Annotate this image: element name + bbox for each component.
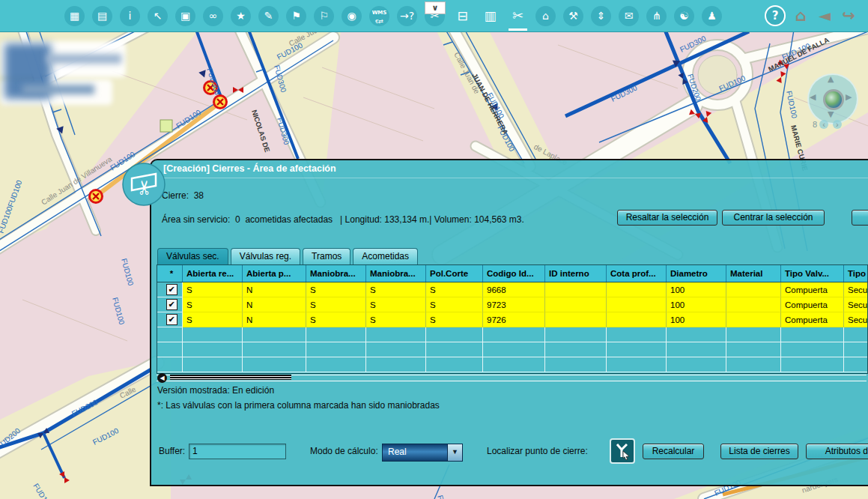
map-view-icon[interactable]: ◉ — [342, 6, 362, 26]
table-row[interactable]: ✔SNSSS9723100CompuertaSecu — [157, 297, 868, 312]
cell[interactable]: 100 — [667, 282, 726, 297]
back-icon[interactable]: ◄ — [816, 6, 834, 26]
scrollbar-left-icon[interactable]: ◀ — [157, 373, 167, 383]
cell[interactable] — [607, 297, 667, 312]
column-header-11[interactable]: Tipo Valv... — [781, 265, 844, 282]
map-flag-icon[interactable]: ⚑ — [286, 6, 306, 26]
cell[interactable]: S — [426, 297, 483, 312]
pan-right-icon[interactable]: ▶ — [846, 92, 852, 102]
edit-icon[interactable]: ✎ — [258, 6, 279, 26]
column-header-12[interactable]: Tipo — [844, 265, 868, 282]
tab-acometidas[interactable]: Acometidas — [353, 248, 418, 264]
chevron-down-icon[interactable]: ▼ — [447, 444, 462, 461]
cell[interactable]: S — [426, 312, 483, 327]
cell[interactable]: Compuerta — [781, 282, 844, 297]
cut-tool-dropdown-icon[interactable]: ✂∨ — [425, 6, 445, 26]
cell[interactable]: Secu — [844, 282, 868, 297]
table-row[interactable]: ✔SNSSS9668100CompuertaSecu — [157, 282, 868, 297]
column-header-4[interactable]: Maniobra... — [366, 265, 426, 282]
tab-valvulas-sec[interactable]: Válvulas sec. — [157, 248, 228, 264]
cell[interactable] — [726, 282, 781, 297]
tab-tramos[interactable]: Tramos — [303, 248, 350, 264]
row-checkbox[interactable]: ✔ — [166, 299, 177, 310]
pan-up-icon[interactable]: ▲ — [828, 74, 834, 84]
history-forward-icon[interactable]: › — [833, 120, 842, 129]
column-header-7[interactable]: ID interno — [545, 265, 607, 282]
zoom-seleccion-button[interactable]: Zo — [852, 210, 868, 226]
cell[interactable]: N — [243, 297, 306, 312]
map-navigation-widget[interactable]: ▲ ▼ ◀ ▶ — [807, 73, 857, 123]
cell[interactable] — [607, 312, 667, 327]
tools-wrench-icon[interactable]: ⚒ — [563, 6, 583, 26]
query-locate-icon[interactable]: →? — [397, 6, 417, 26]
cell[interactable]: S — [366, 297, 426, 312]
empty-table-row[interactable] — [157, 342, 868, 357]
closure-cut-map-icon[interactable]: ✂ — [508, 6, 528, 26]
cell[interactable] — [726, 312, 781, 327]
cell[interactable]: Secu — [844, 297, 868, 312]
wms-service-icon[interactable]: WMS€⇄ — [369, 6, 389, 26]
cell[interactable]: 9668 — [483, 282, 545, 297]
cell[interactable]: S — [183, 312, 243, 327]
column-header-9[interactable]: Diametro — [667, 265, 726, 282]
empty-table-row[interactable] — [157, 357, 868, 372]
home-icon[interactable]: ⌂ — [792, 6, 810, 26]
cell[interactable]: 100 — [667, 297, 726, 312]
cut-tool-dropdown-dropdown[interactable]: ∨ — [425, 1, 446, 14]
column-header-6[interactable]: Codigo Id... — [483, 265, 545, 282]
cell[interactable]: 9723 — [483, 297, 545, 312]
cell[interactable]: S — [366, 312, 426, 327]
cell[interactable]: 100 — [667, 312, 726, 327]
print-icon[interactable]: ⊟ — [452, 6, 473, 26]
water-flow-icon[interactable]: ⇕ — [591, 6, 611, 26]
lista-cierres-button[interactable]: Lista de cierres — [720, 444, 798, 459]
documents-icon[interactable]: ▥ — [480, 6, 500, 26]
search-binoculars-icon[interactable]: ∞ — [203, 6, 223, 26]
resaltar-seleccion-button[interactable]: Resaltar la selección — [617, 210, 717, 226]
cell[interactable]: N — [243, 312, 306, 327]
column-header-3[interactable]: Maniobra... — [306, 265, 366, 282]
cell[interactable] — [545, 282, 607, 297]
pan-down-icon[interactable]: ▼ — [828, 109, 834, 119]
column-header-10[interactable]: Material — [726, 265, 781, 282]
share-network-icon[interactable]: ⋔ — [646, 6, 667, 26]
cell[interactable]: Secu — [844, 312, 868, 327]
map-route-icon[interactable]: ⚐ — [314, 6, 334, 26]
scrollbar-thumb[interactable] — [170, 375, 291, 380]
recalcular-button[interactable]: Recalcular — [643, 444, 704, 459]
cell[interactable] — [726, 297, 781, 312]
tab-valvulas-reg[interactable]: Válvulas reg. — [231, 248, 300, 264]
column-header-0[interactable]: * — [157, 265, 183, 282]
attribute-table-icon[interactable]: ▤ — [92, 6, 112, 26]
select-cursor-icon[interactable]: ↖ — [148, 6, 168, 26]
globe-icon[interactable] — [823, 89, 844, 110]
column-header-8[interactable]: Cota prof... — [607, 265, 667, 282]
palette-icon[interactable]: ☯ — [674, 6, 694, 26]
modo-calculo-select[interactable]: Real ▼ — [382, 444, 463, 462]
cell[interactable]: S — [426, 282, 483, 297]
column-header-5[interactable]: Pol.Corte — [426, 265, 483, 282]
history-back-icon[interactable]: ‹ — [819, 120, 828, 129]
cell[interactable] — [545, 312, 607, 327]
table-row[interactable]: ✔SNSSS9726100CompuertaSecu — [157, 312, 868, 327]
cell[interactable]: N — [243, 282, 306, 297]
buffer-input[interactable]: 1 — [189, 444, 286, 459]
cell[interactable]: 9726 — [483, 312, 545, 327]
cell[interactable]: S — [366, 282, 426, 297]
cell[interactable] — [607, 282, 667, 297]
exit-icon[interactable]: ↪ — [840, 6, 858, 26]
cell[interactable]: S — [306, 312, 366, 327]
atributos-cierre-button[interactable]: Atributos del C — [806, 444, 868, 459]
user-icon[interactable]: ♟ — [702, 6, 722, 26]
copy-view-icon[interactable]: ▣ — [175, 6, 195, 26]
column-header-1[interactable]: Abierta re... — [183, 265, 243, 282]
centrar-seleccion-button[interactable]: Centrar la selección — [722, 210, 825, 226]
info-icon[interactable]: i — [120, 6, 140, 26]
cell[interactable]: S — [306, 282, 366, 297]
help-icon[interactable]: ? — [765, 5, 786, 26]
map-icon[interactable]: ▦ — [64, 6, 85, 26]
pan-left-icon[interactable]: ◀ — [810, 92, 816, 102]
empty-table-row[interactable] — [157, 327, 868, 342]
cell[interactable]: S — [306, 297, 366, 312]
row-checkbox[interactable]: ✔ — [166, 284, 177, 295]
